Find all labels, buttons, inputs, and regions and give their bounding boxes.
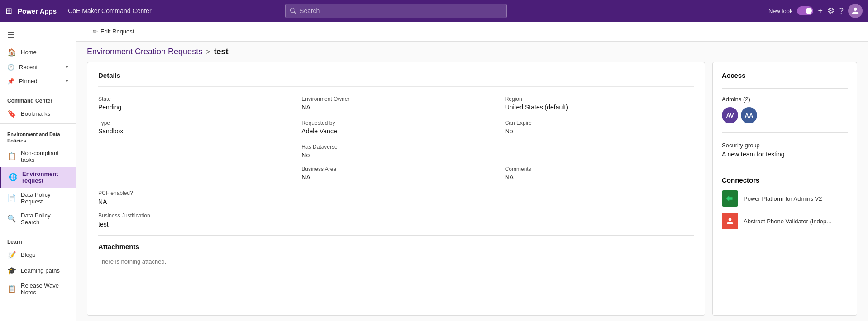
bj-value: test <box>98 221 694 228</box>
details-title: Details <box>98 71 694 79</box>
learning-icon: 🎓 <box>7 266 16 275</box>
sidebar-item-learning[interactable]: 🎓 Learning paths <box>0 263 76 279</box>
search-input[interactable] <box>300 7 502 14</box>
connector-item-1: Power Platform for Admins V2 <box>722 190 848 207</box>
nav-divider <box>62 5 62 16</box>
sidebar-recent-label: Recent <box>19 64 38 71</box>
attachments-section: Attachments There is nothing attached. <box>98 235 694 265</box>
sidebar-item-bookmarks[interactable]: 🔖 Bookmarks <box>0 106 76 122</box>
sidebar-divider-3 <box>0 231 76 231</box>
type-value: Sandbox <box>98 127 287 135</box>
can-expire-value: No <box>505 127 694 135</box>
sidebar-item-blogs[interactable]: 📝 Blogs <box>0 247 76 263</box>
field-state: State Pending <box>98 96 287 111</box>
connector-icon-2 <box>722 213 738 229</box>
data-search-icon: 🔍 <box>7 214 16 223</box>
field-comments: Comments NA <box>505 166 694 181</box>
search-bar[interactable] <box>285 4 507 18</box>
details-divider <box>98 86 694 87</box>
learn-section-label: Learn <box>0 233 76 247</box>
admin-avatar-aa[interactable]: AA <box>741 107 757 123</box>
admins-avatars: AV AA <box>722 107 848 123</box>
breadcrumb-current: test <box>214 47 228 57</box>
breadcrumb: Environment Creation Requests > test <box>76 42 868 58</box>
settings-icon[interactable]: ⚙ <box>827 6 835 16</box>
requested-by-value: Adele Vance <box>301 127 490 135</box>
waffle-icon[interactable]: ⊞ <box>5 6 12 16</box>
security-group-label: Security group <box>722 142 848 149</box>
noncompliant-icon: 📋 <box>7 152 16 160</box>
bookmarks-icon: 🔖 <box>7 109 16 118</box>
connector-item-2: Abstract Phone Validator (Indep... <box>722 213 848 229</box>
sidebar-divider-2 <box>0 123 76 124</box>
blogs-icon: 📝 <box>7 250 16 259</box>
sidebar-item-release[interactable]: 📋 Release Wave Notes <box>0 279 76 299</box>
sidebar-item-home[interactable]: 🏠 Home <box>0 44 76 60</box>
attachments-note: There is nothing attached. <box>98 258 166 265</box>
content-area: ✏ Edit Request Environment Creation Requ… <box>76 22 868 321</box>
state-label: State <box>98 96 287 102</box>
field-placeholder-1 <box>98 166 287 181</box>
sidebar-learning-label: Learning paths <box>21 267 60 274</box>
new-look-toggle[interactable] <box>797 6 813 15</box>
app-name: Power Apps <box>18 7 57 15</box>
requested-by-label: Requested by <box>301 120 490 126</box>
fields-grid-row3: Has Dataverse No <box>98 144 694 159</box>
edit-request-label: Edit Request <box>100 28 134 35</box>
breadcrumb-parent[interactable]: Environment Creation Requests <box>87 47 202 57</box>
field-can-expire: Can Expire No <box>505 120 694 135</box>
sidebar-item-data-policy[interactable]: 📄 Data Policy Request <box>0 188 76 208</box>
data-policy-icon: 📄 <box>7 194 16 202</box>
person-icon <box>851 7 859 15</box>
abstract-phone-icon <box>725 217 734 226</box>
sidebar: ☰ 🏠 Home 🕐 Recent ▾ 📌 Pinned ▾ <box>0 22 76 321</box>
sidebar-pinned-label: Pinned <box>19 78 37 85</box>
sidebar-item-recent[interactable]: 🕐 Recent ▾ <box>0 60 76 74</box>
bj-label: Business Justification <box>98 212 694 219</box>
pcf-label: PCF enabled? <box>98 190 694 196</box>
field-pcf: PCF enabled? NA <box>98 190 694 205</box>
type-label: Type <box>98 120 287 126</box>
edit-request-button[interactable]: ✏ Edit Request <box>87 25 140 38</box>
search-icon <box>290 8 296 14</box>
env-owner-label: Environment Owner <box>301 96 490 102</box>
edit-icon: ✏ <box>93 28 98 35</box>
field-region: Region United States (default) <box>505 96 694 111</box>
state-value: Pending <box>98 104 287 111</box>
field-env-owner: Environment Owner NA <box>301 96 490 111</box>
comments-value: NA <box>505 174 694 181</box>
sidebar-item-pinned[interactable]: 📌 Pinned ▾ <box>0 74 76 88</box>
pin-icon: 📌 <box>7 78 14 85</box>
field-has-dataverse: Has Dataverse No <box>301 144 490 159</box>
sidebar-item-data-search[interactable]: 🔍 Data Policy Search <box>0 208 76 229</box>
business-area-label: Business Area <box>301 166 490 172</box>
breadcrumb-separator: > <box>206 48 210 56</box>
details-panel: Details State Pending Environment Owner … <box>87 62 705 316</box>
connector-name-2: Abstract Phone Validator (Indep... <box>744 218 831 225</box>
app-context: CoE Maker Command Center <box>68 7 151 14</box>
admin-avatar-av[interactable]: AV <box>722 107 738 123</box>
can-expire-label: Can Expire <box>505 120 694 126</box>
sidebar-divider-1 <box>0 90 76 90</box>
new-look-label: New look <box>768 8 792 14</box>
field-business-area: Business Area NA <box>301 166 490 181</box>
pcf-value: NA <box>98 198 694 205</box>
sidebar-blogs-label: Blogs <box>21 251 36 258</box>
right-panel: Access Admins (2) AV AA Security group A… <box>712 62 857 316</box>
comments-label: Comments <box>505 166 694 172</box>
sidebar-hamburger[interactable]: ☰ <box>0 25 76 44</box>
recent-icon: 🕐 <box>7 64 14 71</box>
region-label: Region <box>505 96 694 102</box>
sidebar-home-label: Home <box>21 49 37 56</box>
sidebar-item-noncompliant[interactable]: 📋 Non-compliant tasks <box>0 146 76 167</box>
home-icon: 🏠 <box>7 48 16 57</box>
attachments-title: Attachments <box>98 243 694 250</box>
help-icon[interactable]: ? <box>839 6 844 16</box>
sidebar-item-env-request[interactable]: 🌐 Environment request <box>0 167 76 188</box>
has-dataverse-label: Has Dataverse <box>301 144 490 150</box>
add-icon[interactable]: + <box>818 6 823 16</box>
avatar[interactable] <box>848 4 863 18</box>
sidebar-data-policy-label: Data Policy Request <box>21 191 68 205</box>
access-divider <box>722 88 848 89</box>
sidebar-noncompliant-label: Non-compliant tasks <box>21 150 68 163</box>
